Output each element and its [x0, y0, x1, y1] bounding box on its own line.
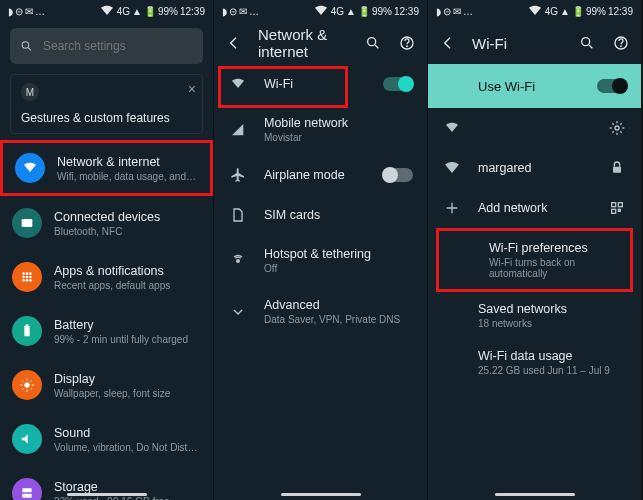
help-icon[interactable] — [397, 33, 417, 53]
svg-point-23 — [621, 46, 622, 47]
row-sim[interactable]: SIM cards — [214, 195, 427, 235]
svg-rect-12 — [26, 324, 29, 325]
toolbar: Network & internet — [214, 22, 427, 64]
airplane-toggle[interactable] — [383, 168, 413, 182]
page-title: Network & internet — [258, 26, 349, 60]
sim-icon — [228, 207, 248, 223]
moto-logo: M — [21, 83, 39, 101]
search-icon[interactable] — [577, 33, 597, 53]
airplane-icon — [228, 167, 248, 183]
svg-rect-15 — [22, 494, 31, 498]
nav-pill[interactable] — [495, 493, 575, 496]
back-icon[interactable] — [438, 33, 458, 53]
sound-icon — [12, 424, 42, 454]
row-wifi[interactable]: Wi-Fi — [214, 64, 427, 104]
toolbar: Wi-Fi — [428, 22, 641, 64]
settings-list: Network & internetWifi, mobile, data usa… — [0, 140, 213, 500]
wifi-toggle[interactable] — [383, 77, 413, 91]
svg-rect-14 — [22, 488, 31, 492]
gesture-label: Gestures & custom features — [21, 111, 192, 125]
wifi-pane: ◗⊝✉… 4G▲🔋99%12:39 Wi-Fi Use Wi-Fi margar… — [428, 0, 642, 500]
svg-point-8 — [22, 279, 25, 282]
display-icon — [12, 370, 42, 400]
svg-point-3 — [26, 272, 29, 275]
svg-point-7 — [29, 276, 32, 279]
battery-icon — [12, 316, 42, 346]
item-connected[interactable]: Connected devicesBluetooth, NFC — [0, 196, 213, 250]
svg-point-2 — [22, 272, 25, 275]
nav-pill[interactable] — [67, 493, 147, 496]
row-network[interactable]: margared — [428, 148, 641, 188]
row-mobile[interactable]: Mobile networkMovistar — [214, 104, 427, 155]
row-saved-networks[interactable]: Saved networks 18 networks — [428, 292, 641, 339]
use-wifi-bar[interactable]: Use Wi-Fi — [428, 64, 641, 108]
svg-point-5 — [22, 276, 25, 279]
gear-icon[interactable] — [607, 120, 627, 136]
item-battery[interactable]: Battery99% - 2 min until fully charged — [0, 304, 213, 358]
item-apps[interactable]: Apps & notificationsRecent apps, default… — [0, 250, 213, 304]
svg-point-17 — [368, 38, 376, 46]
item-sound[interactable]: SoundVolume, vibration, Do Not Disturb — [0, 412, 213, 466]
row-connected-net[interactable] — [428, 108, 641, 148]
status-bar: ◗⊝✉… 4G▲🔋99%12:39 — [214, 0, 427, 22]
svg-point-0 — [22, 42, 29, 49]
help-icon[interactable] — [611, 33, 631, 53]
item-display[interactable]: DisplayWallpaper, sleep, font size — [0, 358, 213, 412]
storage-icon — [12, 478, 42, 500]
network-pane: ◗⊝✉… 4G▲🔋99%12:39 Network & internet Wi-… — [214, 0, 428, 500]
svg-rect-1 — [22, 219, 33, 227]
row-advanced[interactable]: AdvancedData Saver, VPN, Private DNS — [214, 286, 427, 337]
signal-icon — [228, 122, 248, 138]
wifi-icon — [442, 160, 462, 176]
nav-pill[interactable] — [281, 493, 361, 496]
lock-icon — [607, 160, 627, 176]
svg-rect-26 — [612, 203, 616, 207]
search-icon — [20, 38, 33, 54]
wifi-icon — [442, 120, 462, 136]
row-hotspot[interactable]: Hotspot & tetheringOff — [214, 235, 427, 286]
row-data-usage[interactable]: Wi-Fi data usage 25.22 GB used Jun 11 – … — [428, 339, 641, 386]
qr-icon[interactable] — [607, 200, 627, 216]
close-icon[interactable]: × — [188, 81, 196, 97]
svg-rect-11 — [24, 326, 29, 337]
svg-point-4 — [29, 272, 32, 275]
svg-rect-25 — [613, 167, 621, 173]
row-wifi-prefs[interactable]: Wi-Fi preferences Wi-Fi turns back on au… — [436, 228, 633, 292]
status-bar: ◗⊝✉… 4G▲🔋99%12:39 — [428, 0, 641, 22]
back-icon[interactable] — [224, 33, 244, 53]
search-settings-input[interactable] — [10, 28, 203, 64]
svg-point-21 — [582, 38, 590, 46]
svg-point-13 — [24, 382, 29, 387]
apps-icon — [12, 262, 42, 292]
svg-point-9 — [26, 279, 29, 282]
chevron-down-icon — [228, 304, 248, 320]
row-airplane[interactable]: Airplane mode — [214, 155, 427, 195]
item-network[interactable]: Network & internetWifi, mobile, data usa… — [0, 140, 213, 196]
row-add-network[interactable]: Add network — [428, 188, 641, 228]
wifi-icon — [15, 153, 45, 183]
status-bar: ◗⊝✉… 4G▲🔋99%12:39 — [0, 0, 213, 22]
page-title: Wi-Fi — [472, 35, 563, 52]
svg-rect-29 — [618, 209, 620, 211]
devices-icon — [12, 208, 42, 238]
svg-rect-28 — [612, 209, 616, 213]
use-wifi-label: Use Wi-Fi — [478, 79, 535, 94]
svg-point-10 — [29, 279, 32, 282]
search-icon[interactable] — [363, 33, 383, 53]
svg-point-20 — [237, 259, 240, 262]
svg-rect-27 — [618, 203, 622, 207]
use-wifi-toggle[interactable] — [597, 79, 627, 93]
plus-icon — [442, 200, 462, 216]
svg-point-6 — [26, 276, 29, 279]
settings-pane: ◗⊝✉… 4G▲🔋99%12:39 × M Gestures & custom … — [0, 0, 214, 500]
svg-point-19 — [407, 46, 408, 47]
gesture-card[interactable]: × M Gestures & custom features — [10, 74, 203, 134]
svg-point-24 — [615, 126, 619, 130]
hotspot-icon — [228, 253, 248, 269]
